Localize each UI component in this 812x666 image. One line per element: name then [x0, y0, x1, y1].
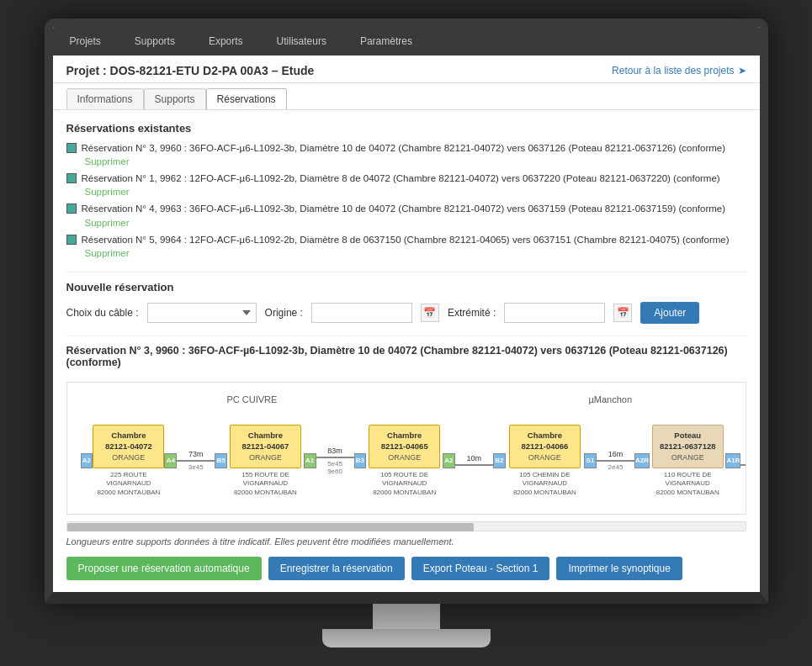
reservation-text: Réservation N° 4, 9963 : 36FO-ACF-µ6-L10…	[82, 202, 746, 229]
reservations-list: Réservation N° 3, 9960 : 36FO-ACF-µ6-L10…	[66, 141, 746, 260]
node-box: Chambre 82121-04072ORANGE	[93, 425, 164, 468]
tab-informations[interactable]: Informations	[66, 88, 144, 109]
node-box: Poteau 82121-0637128ORANGE	[652, 425, 724, 468]
reservation-color-indicator	[66, 173, 77, 183]
extremite-input[interactable]	[504, 303, 605, 323]
reservation-color-indicator	[66, 235, 77, 245]
cable-label: 83m	[327, 447, 342, 455]
extremite-label: Extrémité :	[448, 307, 496, 319]
node-label: Chambre 82121-04065	[381, 431, 428, 452]
reservation-item: Réservation N° 4, 9963 : 36FO-ACF-µ6-L10…	[66, 202, 746, 229]
node-box: Chambre 82121-04065ORANGE	[369, 425, 440, 468]
reservation-text: Réservation N° 3, 9960 : 36FO-ACF-µ6-L10…	[82, 141, 746, 168]
pc-cuivre-label: PC CUIVRE	[227, 394, 278, 404]
origine-calendar-icon[interactable]: 📅	[421, 304, 439, 322]
ajouter-button[interactable]: Ajouter	[640, 302, 699, 324]
synoptic-diagram: PC CUIVREµManchonA2Chambre 82121-04072OR…	[66, 382, 746, 515]
nav-item-utilisateurs[interactable]: Utilisateurs	[260, 27, 343, 56]
top-navigation: ProjetsSupportsExportsUtilisateursParamè…	[53, 27, 760, 56]
port-box: B3	[354, 453, 367, 468]
port-box: S1	[584, 453, 597, 468]
cable-label: Choix du câble :	[66, 307, 139, 319]
nav-item-projets[interactable]: Projets	[53, 27, 118, 56]
diagram-row: A2Chambre 82121-04072ORANGE225 ROUTE VIG…	[81, 425, 746, 497]
node-subtitle: ORANGE	[528, 453, 561, 462]
origine-label: Origine :	[265, 307, 303, 319]
synoptic-inner: PC CUIVREµManchonA2Chambre 82121-04072OR…	[67, 391, 746, 505]
node-box: Chambre 82121-04067ORANGE	[230, 425, 301, 468]
selected-reservation-info: Réservation N° 3, 9960 : 36FO-ACF-µ6-L10…	[66, 336, 746, 368]
node-label: Chambre 82121-04067	[241, 431, 289, 452]
scrollbar-thumb[interactable]	[67, 523, 475, 531]
node-label: Poteau 82121-0637128	[660, 431, 716, 452]
reservation-delete-link[interactable]: Supprimer	[85, 156, 130, 166]
back-link-text: Retour à la liste des projets	[612, 65, 734, 77]
node-subtitle: ORANGE	[249, 453, 282, 462]
extremite-calendar-icon[interactable]: 📅	[613, 304, 632, 322]
cable-select[interactable]	[147, 303, 257, 323]
cable-label: 16m	[608, 450, 624, 458]
enregistrer-button[interactable]: Enregistrer la réservation	[268, 557, 405, 580]
cable-line	[597, 460, 634, 462]
new-reservation-title: Nouvelle réservation	[66, 281, 746, 293]
reservation-text: Réservation N° 1, 9962 : 12FO-ACF-µ6-L10…	[82, 172, 746, 198]
cable-label: 10m	[467, 454, 482, 462]
arrow-right-icon: ➤	[738, 65, 746, 77]
node-group: Chambre 82121-04066ORANGE105 CHEMIN DE V…	[506, 425, 584, 497]
node-group: Chambre 82121-04065ORANGE105 ROUTE DE VI…	[366, 425, 443, 497]
node-group: Chambre 82121-04067ORANGE155 ROUTE DE VI…	[227, 425, 304, 497]
reservation-color-indicator	[66, 204, 77, 214]
cable-line	[455, 464, 493, 466]
cable-segment: 19m	[740, 454, 746, 468]
reservation-text: Réservation N° 5, 9964 : 12FO-ACF-µ6-L10…	[82, 233, 746, 260]
cable-label: 73m	[188, 450, 204, 458]
port-box: A2R	[634, 453, 650, 468]
project-title: Projet : DOS-82121-ETU D2-PA 00A3 – Etud…	[66, 64, 315, 77]
monitor-stand-base	[322, 629, 491, 648]
reservation-form-row: Choix du câble : Origine : 📅 Extrémité :…	[66, 302, 746, 324]
tab-supports[interactable]: Supports	[144, 88, 206, 109]
node-group: Poteau 82121-0637128ORANGE110 ROUTE DE V…	[650, 425, 726, 497]
port-box: A2	[81, 453, 93, 468]
node-subtitle: ORANGE	[112, 453, 145, 462]
reservation-item: Réservation N° 1, 9962 : 12FO-ACF-µ6-L10…	[66, 172, 746, 198]
tab-réservations[interactable]: Réservations	[206, 88, 287, 109]
cable-segment: 83m5e45 9e60	[316, 447, 354, 475]
node-label: Chambre 82121-04072	[105, 431, 152, 452]
node-subtitle: ORANGE	[388, 453, 421, 462]
port-box: A2	[443, 453, 455, 468]
cable-line	[316, 457, 354, 458]
port-box: A1	[304, 453, 316, 468]
node-address: 105 CHEMIN DE VIGNARNAUD 82000 MONTAUBAN	[506, 471, 584, 497]
back-link[interactable]: Retour à la liste des projets ➤	[612, 65, 746, 77]
port-box: B2	[493, 453, 506, 468]
cable-line	[177, 460, 215, 462]
node-label: Chambre 82121-04066	[521, 431, 568, 452]
node-address: 105 ROUTE DE VIGNARNAUD 82000 MONTAUBAN	[366, 471, 443, 497]
export-button[interactable]: Export Poteau - Section 1	[411, 557, 550, 580]
nav-item-supports[interactable]: Supports	[118, 27, 192, 56]
origine-input[interactable]	[311, 303, 412, 323]
cable-line	[740, 464, 746, 466]
node-box: Chambre 82121-04066ORANGE	[509, 425, 581, 468]
node-subtitle: ORANGE	[671, 453, 704, 462]
cable-sub-label: 5e45 9e60	[327, 460, 342, 475]
reservation-delete-link[interactable]: Supprimer	[85, 187, 130, 197]
node-address: 155 ROUTE DE VIGNARNAUD 82000 MONTAUBAN	[227, 471, 304, 497]
cable-sub-label: 2e45	[608, 463, 624, 471]
reservation-color-indicator	[66, 143, 77, 153]
node-address: 225 ROUTE VIGNARNAUD 82000 MONTAUBAN	[93, 471, 164, 497]
nav-item-exports[interactable]: Exports	[192, 27, 260, 56]
node-group: Chambre 82121-04072ORANGE225 ROUTE VIGNA…	[93, 425, 164, 497]
cable-segment: 10m	[455, 454, 493, 468]
port-box: B5	[215, 453, 227, 468]
cable-segment: 73m3e45	[177, 450, 215, 471]
nav-item-paramètres[interactable]: Paramètres	[343, 27, 429, 56]
propose-auto-button[interactable]: Proposer une réservation automatique	[66, 557, 262, 580]
imprimer-button[interactable]: Imprimer le synoptique	[556, 557, 682, 580]
existing-reservations-title: Réservations existantes	[66, 122, 746, 135]
reservation-delete-link[interactable]: Supprimer	[85, 218, 130, 228]
tabs-bar: InformationsSupportsRéservations	[53, 83, 760, 110]
horizontal-scrollbar[interactable]	[66, 521, 746, 531]
reservation-delete-link[interactable]: Supprimer	[85, 248, 130, 258]
